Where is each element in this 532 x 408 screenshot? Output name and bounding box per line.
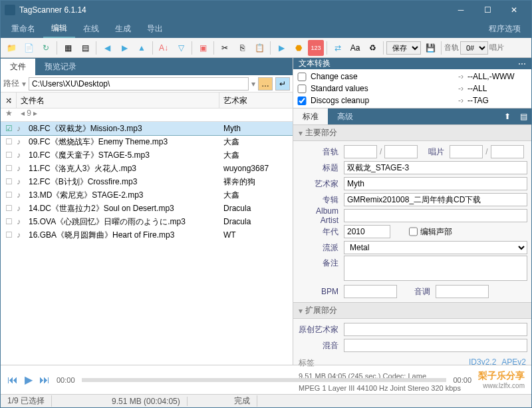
filter-icon[interactable]: ▽ — [173, 40, 189, 56]
file-checkbox[interactable] — [1, 204, 17, 213]
section-ext[interactable]: 扩展部分 — [293, 302, 531, 319]
path-dropdown-icon[interactable]: ▾ — [22, 79, 26, 89]
file-checkbox[interactable] — [1, 190, 17, 200]
lbl-title: 标题 — [297, 162, 341, 174]
file-row[interactable]: ♪ 11.FC《洛克人3》火花人.mp3 wuyong3687 — [1, 162, 293, 175]
menu-options[interactable]: 程序选项 — [481, 21, 529, 37]
file-checkbox[interactable] — [1, 217, 17, 226]
number-icon[interactable]: 123 — [308, 40, 324, 56]
tab-preview[interactable]: 预览记录 — [35, 59, 86, 75]
transform-menu-icon[interactable]: ⋯ — [518, 59, 526, 69]
menu-generate[interactable]: 生成 — [107, 21, 139, 37]
transform-checkbox[interactable] — [297, 73, 307, 81]
save-combo[interactable]: 保存 — [386, 41, 421, 55]
select-all-icon[interactable]: ▣ — [195, 40, 211, 56]
transform-row[interactable]: Standard values -› --ALL — [297, 83, 527, 95]
panel-menu-icon[interactable]: ▤ — [515, 108, 531, 124]
play-icon[interactable]: ▶ — [273, 40, 289, 56]
artist-input[interactable] — [344, 177, 527, 190]
file-checkbox[interactable] — [1, 177, 17, 186]
copy-icon[interactable]: ⎘ — [234, 40, 250, 56]
path-input[interactable] — [29, 77, 249, 91]
close-button[interactable]: ✕ — [501, 1, 527, 19]
col-shuffle[interactable]: ⤭ — [1, 93, 17, 108]
nav-left-icon[interactable]: ◀ — [99, 40, 115, 56]
transform-row[interactable]: Change case -› --ALL,-WWW — [297, 71, 527, 83]
comment-input[interactable] — [344, 256, 527, 281]
disc-total-input[interactable] — [491, 145, 524, 158]
file-row[interactable]: ♪ 08.FC《双截龙》Mission-3.mp3 Myth — [1, 122, 293, 135]
seek-bar[interactable] — [82, 378, 447, 382]
sort-az-icon[interactable]: A↓ — [156, 40, 172, 56]
title-input[interactable] — [344, 161, 527, 174]
bpm-input[interactable] — [344, 285, 397, 298]
tab-advanced[interactable]: 高级 — [328, 108, 362, 124]
status-bar: 1/9 已选择 9.51 MB (00:04:05) 完成 — [1, 394, 531, 407]
ape-link[interactable]: APEv2 — [501, 357, 526, 369]
tab-standard[interactable]: 标准 — [293, 108, 328, 124]
track-input[interactable] — [344, 145, 377, 158]
file-row[interactable]: ♪ 16.GBA《晓月圆舞曲》Heart of Fire.mp3 WT — [1, 228, 293, 242]
transform-checkbox[interactable] — [297, 85, 307, 93]
orig-artist-input[interactable] — [344, 323, 527, 336]
play-button[interactable]: ▶ — [25, 373, 33, 386]
case-icon[interactable]: Aa — [347, 40, 363, 56]
edit-voice-checkbox[interactable] — [409, 225, 418, 238]
track-total-input[interactable] — [384, 145, 418, 158]
file-checkbox[interactable] — [1, 230, 17, 240]
id3-link[interactable]: ID3v2.2 — [469, 357, 496, 369]
go-button[interactable]: ↵ — [275, 77, 290, 91]
add-file-icon[interactable]: 📄 — [21, 40, 37, 56]
file-checkbox[interactable] — [1, 137, 17, 146]
refresh-icon[interactable]: ↻ — [38, 40, 54, 56]
year-input[interactable] — [344, 225, 390, 238]
disc-input[interactable] — [450, 145, 483, 158]
col-artist[interactable]: 艺术家 — [219, 93, 293, 108]
replace-icon[interactable]: ♻ — [364, 40, 380, 56]
menu-export[interactable]: 导出 — [139, 21, 171, 37]
next-button[interactable]: ⏭ — [39, 374, 50, 386]
tag-icon[interactable]: ⬣ — [291, 40, 307, 56]
album-artist-input[interactable] — [344, 209, 527, 222]
file-checkbox[interactable] — [1, 150, 17, 160]
key-input[interactable] — [436, 285, 489, 298]
transform-checkbox[interactable] — [297, 97, 307, 105]
genre-select[interactable]: Metal — [344, 241, 527, 254]
cut-icon[interactable]: ✂ — [217, 40, 233, 56]
file-checkbox[interactable] — [1, 124, 17, 133]
file-row[interactable]: ♪ 12.FC《B计划》Crossfire.mp3 裸奔的狗 — [1, 175, 293, 188]
nav-right-icon[interactable]: ▶ — [116, 40, 132, 56]
maximize-button[interactable]: ☐ — [474, 1, 501, 19]
file-row[interactable]: ♪ 10.FC《魔天童子》STAGE-5.mp3 大鑫 — [1, 148, 293, 162]
status-size: 9.51 MB (00:04:05) — [105, 397, 188, 406]
path-menu-icon[interactable]: ▾ — [251, 79, 255, 89]
tab-file[interactable]: 文件 — [1, 59, 35, 75]
nav-up-icon[interactable]: ▲ — [134, 40, 150, 56]
filter-count[interactable]: ◂ 9 ▸ — [17, 108, 293, 121]
file-list[interactable]: ♪ 08.FC《双截龙》Mission-3.mp3 Myth ♪ 09.FC《燃… — [1, 122, 293, 365]
save-icon[interactable]: 💾 — [422, 40, 438, 56]
minimize-button[interactable]: ─ — [448, 1, 474, 19]
file-checkbox[interactable] — [1, 164, 17, 173]
file-row[interactable]: ♪ 13.MD《索尼克》STAGE-2.mp3 大鑫 — [1, 188, 293, 202]
section-main[interactable]: 主要部分 — [293, 124, 531, 141]
remix-input[interactable] — [344, 339, 527, 352]
menu-edit[interactable]: 编辑 — [43, 20, 75, 38]
file-row[interactable]: ♪ 15.OVA《心跳回忆》日曜の雨のように.mp3 Dracula — [1, 215, 293, 228]
file-row[interactable]: ♪ 09.FC《燃烧战车》Enemy Theme.mp3 大鑫 — [1, 135, 293, 148]
open-folder-icon[interactable]: 📁 — [3, 40, 19, 56]
browse-button[interactable]: … — [258, 77, 273, 91]
menu-online[interactable]: 在线 — [75, 21, 107, 37]
file-row[interactable]: ♪ 14.DC《世嘉拉力2》Soul on Desert.mp3 Dracula — [1, 202, 293, 215]
menu-rename[interactable]: 重命名 — [3, 21, 43, 37]
swap-icon[interactable]: ⇄ — [330, 40, 346, 56]
col-filename[interactable]: 文件名 — [17, 93, 219, 108]
prev-tag-icon[interactable]: ⬆ — [499, 108, 515, 124]
track-combo[interactable]: 0# — [460, 41, 488, 55]
grid1-icon[interactable]: ▦ — [60, 40, 76, 56]
paste-icon[interactable]: 📋 — [251, 40, 267, 56]
transform-row[interactable]: Discogs cleanup -› --TAG — [297, 95, 527, 106]
album-input[interactable] — [344, 193, 527, 206]
grid2-icon[interactable]: ▤ — [77, 40, 93, 56]
prev-button[interactable]: ⏮ — [7, 374, 18, 386]
